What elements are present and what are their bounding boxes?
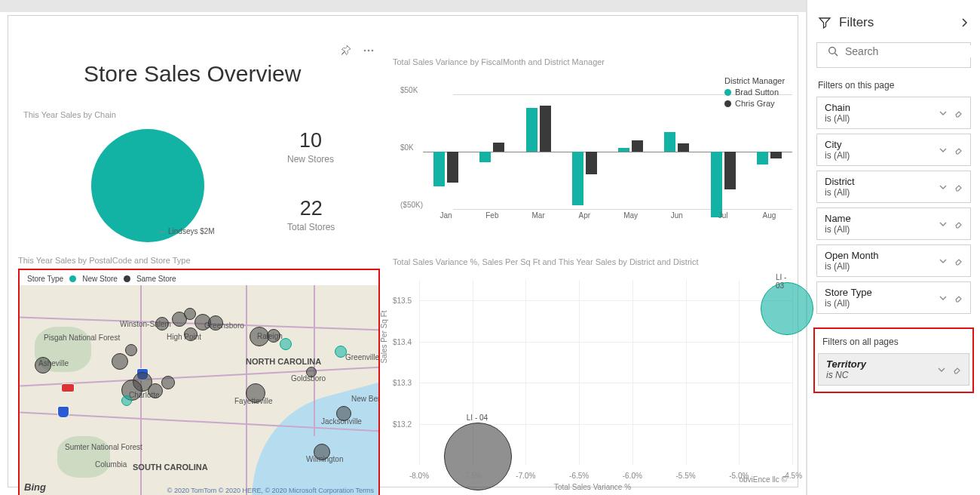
filter-card-chain[interactable]: Chainis (All) [816, 97, 971, 129]
ytick-0k: $0K [400, 143, 788, 152]
eraser-icon[interactable] [954, 294, 963, 303]
page-title: Store Sales Overview [84, 61, 301, 87]
map-title: This Year Sales by PostalCode and Store … [18, 256, 191, 265]
map-attribution: © 2020 TomTom © 2020 HERE, © 2020 Micros… [167, 487, 374, 494]
chevron-down-icon[interactable] [939, 109, 948, 118]
map-visual[interactable]: Store Type New Store Same Store [18, 269, 380, 495]
chevron-down-icon[interactable] [939, 294, 948, 303]
eraser-icon[interactable] [952, 365, 961, 374]
bar-Jul-1[interactable] [724, 152, 736, 189]
svg-point-0 [364, 50, 366, 52]
bar-Feb-0[interactable] [479, 152, 491, 162]
bar-Aug-0[interactable] [757, 152, 768, 164]
filter-search-input[interactable] [845, 45, 977, 57]
ytick-neg50k: ($50K) [400, 201, 788, 209]
svg-point-1 [368, 50, 370, 52]
pie-title: This Year Sales by Chain [23, 110, 116, 119]
scatter-point-LI - 04[interactable] [444, 423, 512, 490]
section-all-filters: Filters on all pages [818, 334, 969, 353]
legend-dot-new [69, 275, 76, 282]
all-pages-highlight: Filters on all pages Territory is NC [813, 327, 974, 393]
bing-logo: Bing [24, 481, 46, 493]
bar-title: Total Sales Variance by FiscalMonth and … [393, 57, 605, 66]
filters-pane[interactable]: Filters Filters on this page Chainis (Al… [807, 0, 980, 495]
report-canvas[interactable]: Store Sales Overview This Year Sales by … [0, 0, 807, 495]
filter-card-district[interactable]: Districtis (All) [816, 171, 971, 203]
filter-card-name[interactable]: Nameis (All) [816, 208, 971, 240]
legend-dot-same [124, 275, 130, 282]
pie-legend: Lindseys $2M [159, 227, 215, 235]
section-page-filters: Filters on this page [807, 77, 980, 97]
scatter-title: Total Sales Variance %, Sales Per Sq Ft … [393, 257, 699, 266]
filters-title: Filters [839, 15, 951, 30]
filter-icon [818, 16, 831, 29]
bar-Aug-1[interactable] [770, 152, 782, 158]
window-chrome [0, 0, 806, 12]
chevron-down-icon[interactable] [939, 146, 948, 155]
filter-search[interactable] [816, 42, 971, 68]
chevron-down-icon[interactable] [937, 365, 946, 374]
filter-card-city[interactable]: Cityis (All) [816, 134, 971, 166]
more-options-icon[interactable] [363, 45, 375, 57]
map-terms-link[interactable]: Terms [356, 487, 375, 494]
expand-pane-icon[interactable] [959, 17, 969, 28]
watermark: obviEnce llc © [739, 475, 787, 484]
map-area[interactable]: NORTH CAROLINA SOUTH CAROLINA Winston-Sa… [20, 285, 378, 495]
svg-point-3 [829, 47, 836, 54]
svg-point-2 [372, 50, 374, 52]
bar-Jan-0[interactable] [433, 152, 445, 186]
chevron-down-icon[interactable] [939, 183, 948, 192]
bar-Jan-1[interactable] [447, 152, 458, 183]
kpi-total-stores[interactable]: 22 Total Stores [287, 197, 335, 232]
scatter-point-LI - 03[interactable] [761, 282, 813, 335]
bar-legend: District Manager Brad Sutton Chris Gray [724, 76, 785, 108]
filter-card-open-month[interactable]: Open Monthis (All) [816, 244, 971, 277]
bar-Apr-1[interactable] [586, 152, 597, 174]
eraser-icon[interactable] [954, 220, 963, 229]
svg-line-4 [835, 53, 838, 56]
chevron-down-icon[interactable] [939, 220, 948, 229]
eraser-icon[interactable] [954, 183, 963, 192]
eraser-icon[interactable] [954, 257, 963, 266]
filter-card-territory[interactable]: Territory is NC [818, 353, 969, 386]
scatter-chart[interactable]: Sales Per Sq Ft Total Sales Variance % L… [393, 272, 792, 491]
search-icon [828, 46, 839, 57]
pin-icon[interactable] [340, 45, 352, 57]
chevron-down-icon[interactable] [939, 257, 948, 266]
eraser-icon[interactable] [954, 109, 963, 118]
kpi-new-stores[interactable]: 10 New Stores [287, 129, 334, 164]
eraser-icon[interactable] [954, 146, 963, 155]
pie-chart[interactable] [91, 129, 204, 242]
filter-card-store-type[interactable]: Store Typeis (All) [816, 281, 971, 314]
bar-Apr-0[interactable] [572, 152, 583, 205]
